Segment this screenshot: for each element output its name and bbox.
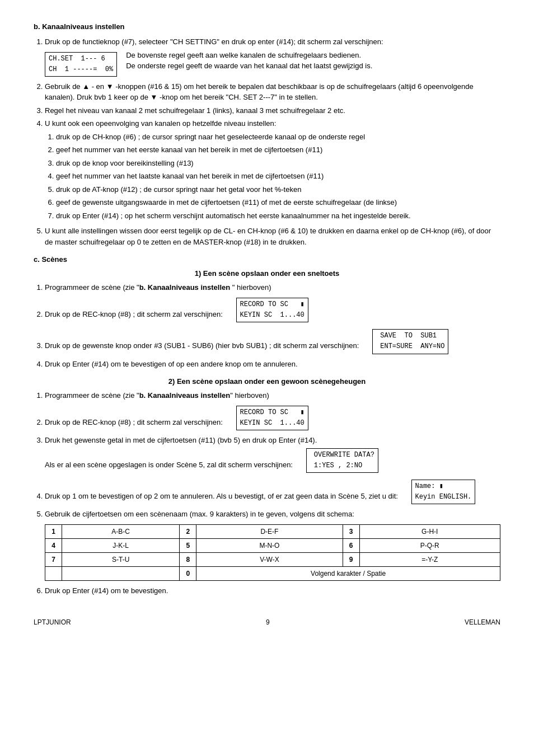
subsection-c1-item-1: Programmeer de scène (zie "b. Kanaalnive… <box>45 282 500 293</box>
char-table-row-4: 0 Volgend karakter / Spatie <box>45 566 500 580</box>
section-b-item-4: U kunt ook een opeenvolging van kanalen … <box>45 118 500 221</box>
char-num-2: 2 <box>180 524 196 538</box>
subsection-c1-title: 1) Een scène opslaan onder een sneltoets <box>34 269 500 278</box>
section-b-item-1: Druk op de functieknop (#7), selecteer "… <box>45 36 500 79</box>
section-b-title: b. Kanaalniveaus instellen <box>34 22 500 31</box>
char-empty-1 <box>45 566 62 580</box>
lcd-overwrite-line2: 1:YES , 2:NO <box>310 461 374 471</box>
lcd-ch-setting: CH.SET 1--- 6 CH 1 -----= 0% <box>45 52 117 77</box>
subsection-c1-item-2: Druk op de REC-knop (#8) ; dit scherm za… <box>45 295 500 325</box>
lcd-overwrite-line1: OVERWRITE DATA? <box>310 450 374 461</box>
char-empty-2 <box>62 566 180 580</box>
section-b-item-3-text: Regel het niveau van kanaal 2 met schuif… <box>45 106 345 115</box>
lcd-ch-setting-line2: CH 1 -----= 0% <box>49 64 113 75</box>
char-num-1: 1 <box>45 524 62 538</box>
char-val-7: S-T-U <box>62 552 180 566</box>
char-table-row-3: 7 S-T-U 8 V-W-X 9 =-Y-Z <box>45 552 500 566</box>
footer-center: 9 <box>266 618 270 626</box>
char-val-5: M-N-O <box>196 538 343 552</box>
subsection-c2-title: 2) Een scène opslaan onder een gewoon sc… <box>34 377 500 386</box>
section-b-subitem-3: druk op de knop voor bereikinstelling (#… <box>56 158 500 169</box>
section-b-item-4-text: U kunt ook een opeenvolging van kanalen … <box>45 119 276 128</box>
lcd-name-line2: Keyin ENGLISH. <box>415 492 472 503</box>
section-b-list: Druk op de functieknop (#7), selecteer "… <box>45 36 500 247</box>
char-num-3: 3 <box>343 524 359 538</box>
char-num-7: 7 <box>45 552 62 566</box>
char-table-row-1: 1 A-B-C 2 D-E-F 3 G-H-I <box>45 524 500 538</box>
section-b-item-3: Regel het niveau van kanaal 2 met schuif… <box>45 105 500 116</box>
subsection-c1-item-3: Druk op de gewenste knop onder #3 (SUB1 … <box>45 327 500 356</box>
lcd-record-sc-2-line2: KEYIN SC 1...40 <box>240 418 305 429</box>
subsection-c2-item-2: Druk op de REC-knop (#8) ; dit scherm za… <box>45 403 500 433</box>
lcd-record-sc-2-line1: RECORD TO SC ▮ <box>240 407 305 418</box>
subsection-c2-item-3-text2: Als er al een scène opgeslagen is onder … <box>45 461 293 469</box>
section-b-item-1-text: Druk op de functieknop (#7), selecteer "… <box>45 37 383 46</box>
section-b-subitem-7: druk op Enter (#14) ; op het scherm vers… <box>56 210 500 222</box>
section-b: b. Kanaalniveaus instellen Druk op de fu… <box>34 22 500 247</box>
char-table-row-2: 4 J-K-L 5 M-N-O 6 P-Q-R <box>45 538 500 552</box>
lcd-record-sc-1: RECORD TO SC ▮ KEYIN SC 1...40 <box>236 298 308 322</box>
char-val-4: J-K-L <box>62 538 180 552</box>
page-footer: LPTJUNIOR 9 VELLEMAN <box>34 618 500 626</box>
subsection-c2-item-1-bold: b. Kanaalniveaus instellen <box>139 391 231 400</box>
char-val-8: V-W-X <box>196 552 343 566</box>
lcd-ch-setting-desc: De bovenste regel geeft aan welke kanale… <box>126 50 372 72</box>
char-num-6: 6 <box>343 538 359 552</box>
subsection-c2: 2) Een scène opslaan onder een gewoon sc… <box>34 377 500 596</box>
subsection-c1-list: Programmeer de scène (zie "b. Kanaalnive… <box>45 282 500 369</box>
subsection-c2-item-6: Druk op Enter (#14) om te bevestigen. <box>45 585 500 597</box>
lcd-ch-setting-desc2: De onderste regel geeft de waarde van he… <box>126 60 372 72</box>
section-b-item-5-text: U kunt alle instellingen wissen door eer… <box>45 227 491 246</box>
char-val-9: =-Y-Z <box>359 552 500 566</box>
lcd-save-sub1-line2: ENT=SURE ANY=NO <box>376 341 444 352</box>
section-b-item-5: U kunt alle instellingen wissen door eer… <box>45 226 500 247</box>
char-val-0: Volgend karakter / Spatie <box>196 566 500 580</box>
char-num-8: 8 <box>180 552 196 566</box>
char-num-0: 0 <box>180 566 196 580</box>
section-b-subitem-4: geef het nummer van het laatste kanaal v… <box>56 171 500 182</box>
section-c: c. Scènes 1) Een scène opslaan onder een… <box>34 255 500 596</box>
lcd-record-sc-2: RECORD TO SC ▮ KEYIN SC 1...40 <box>236 406 308 430</box>
subsection-c2-item-1: Programmeer de scène (zie "b. Kanaalnive… <box>45 390 500 401</box>
char-val-6: P-Q-R <box>359 538 500 552</box>
char-table: 1 A-B-C 2 D-E-F 3 G-H-I 4 J-K-L 5 <box>45 524 500 581</box>
lcd-name-line1: Name: ▮ <box>415 481 472 492</box>
subsection-c1: 1) Een scène opslaan onder een sneltoets… <box>34 269 500 369</box>
section-b-subitem-2: geef het nummer van het eerste kanaal va… <box>56 144 500 156</box>
char-num-4: 4 <box>45 538 62 552</box>
section-b-item-2-text: Gebruik de ▲ - en ▼ -knoppen (#16 & 15) … <box>45 82 474 102</box>
char-num-9: 9 <box>343 552 359 566</box>
lcd-record-sc-1-line2: KEYIN SC 1...40 <box>240 310 305 321</box>
char-val-1: A-B-C <box>62 524 180 538</box>
char-val-2: D-E-F <box>196 524 343 538</box>
section-b-item-4-subitems: druk op de CH-knop (#6) ; de cursor spri… <box>56 132 500 222</box>
lcd-ch-setting-desc1: De bovenste regel geeft aan welke kanale… <box>126 50 372 61</box>
char-val-3: G-H-I <box>359 524 500 538</box>
subsection-c2-item-3: Druk het gewenste getal in met de cijfer… <box>45 435 500 475</box>
lcd-record-sc-1-line1: RECORD TO SC ▮ <box>240 299 305 310</box>
subsection-c2-item-5: Gebruik de cijfertoetsen om een scènenaa… <box>45 509 500 581</box>
subsection-c2-item-4: Druk op 1 om te bevestigen of op 2 om te… <box>45 477 500 506</box>
section-b-item-2: Gebruik de ▲ - en ▼ -knoppen (#16 & 15) … <box>45 81 500 103</box>
lcd-overwrite: OVERWRITE DATA? 1:YES , 2:NO <box>306 448 378 473</box>
lcd-save-sub1-line1: SAVE TO SUB1 <box>376 331 444 341</box>
section-b-subitem-6: geef de gewenste uitgangswaarde in met d… <box>56 197 500 208</box>
subsection-c1-item-4: Druk op Enter (#14) om te bevestigen of … <box>45 359 500 370</box>
section-c-title: c. Scènes <box>34 255 500 264</box>
lcd-name: Name: ▮ Keyin ENGLISH. <box>411 480 476 504</box>
page-content: b. Kanaalniveaus instellen Druk op de fu… <box>34 22 500 596</box>
lcd-save-sub1: SAVE TO SUB1 ENT=SURE ANY=NO <box>372 329 448 354</box>
section-b-subitem-5: druk op de AT-knop (#12) ; de cursor spr… <box>56 184 500 195</box>
subsection-c1-item-1-bold: b. Kanaalniveaus instellen <box>139 283 231 292</box>
char-num-5: 5 <box>180 538 196 552</box>
section-b-subitem-1: druk op de CH-knop (#6) ; de cursor spri… <box>56 132 500 143</box>
subsection-c2-list: Programmeer de scène (zie "b. Kanaalnive… <box>45 390 500 596</box>
footer-right: VELLEMAN <box>465 618 500 626</box>
footer-left: LPTJUNIOR <box>34 618 71 626</box>
lcd-ch-setting-line1: CH.SET 1--- 6 <box>49 54 113 64</box>
